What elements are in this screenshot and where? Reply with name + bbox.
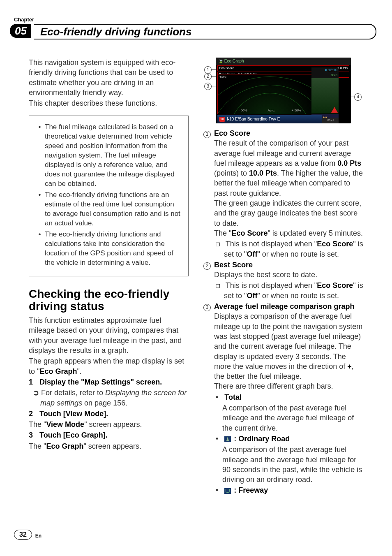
screenshot-clock: ● 12:10 (311, 67, 339, 73)
screenshot-title: 🍃 Eco Graph (218, 58, 244, 64)
screenshot-road-bar: 10 I-10 E/San Bernardino Fwy E (217, 115, 322, 123)
bullet-total-body: A comparison of the past average fuel mi… (214, 403, 363, 433)
note-item-1: The fuel mileage calculated is based on … (45, 123, 182, 189)
step-2: 2Touch [View Mode]. (29, 409, 189, 419)
enum-1-title: Eco Score (214, 128, 363, 138)
page-root: Chapter 05 Eco-friendly driving function… (0, 0, 392, 556)
screenshot-content: 🍃 Eco Graph Eco Score 0.0 Pts Best Score… (216, 58, 351, 123)
left-column: This navigation system is equipped with … (29, 58, 189, 519)
step-2-result: The "View Mode" screen appears. (29, 419, 189, 429)
footer: 32 En (14, 530, 42, 540)
section-paragraph-1: This function estimates approximate fuel… (29, 315, 189, 355)
reference-arrow-icon: ➲ (33, 389, 41, 397)
screenshot-road-name: I-10 E/San Bernardino Fwy E (227, 116, 280, 122)
enum-2-title: Best Score (214, 260, 363, 270)
enum-3-title: Average fuel mileage comparison graph (214, 301, 363, 311)
step-1-reference: ➲ For details, refer to Displaying the s… (29, 388, 189, 408)
enum-item-1: 1 Eco Score The result of the comparison… (203, 128, 363, 260)
enum-list: 1 Eco Score The result of the comparison… (203, 128, 363, 496)
page-number: 32 (14, 530, 32, 540)
page-language: En (35, 533, 42, 540)
screenshot-ipod-label: iPod (322, 118, 339, 123)
step-3: 3Touch [Eco Graph]. (29, 430, 189, 440)
columns: This navigation system is equipped with … (29, 58, 363, 519)
chapter-title-bar: Eco-friendly driving functions (34, 24, 376, 39)
chapter-pill: 05 (10, 24, 31, 38)
enum-item-2: 2 Best Score Displays the best score to … (203, 260, 363, 301)
bullet-freeway: : Freeway (214, 485, 363, 495)
step-3-result: The "Eco Graph" screen appears. (29, 441, 189, 451)
screenshot-graph-area: Total - 50% Avrg. + 50% (217, 74, 322, 114)
enum-2-note: This is not displayed when "Eco Score" i… (214, 280, 363, 301)
chapter-label: Chapter (14, 16, 34, 23)
note-item-3: The eco-friendly driving functions and c… (45, 230, 182, 268)
intro-paragraph-1: This navigation system is equipped with … (29, 58, 189, 97)
chapter-number: 05 (10, 24, 31, 38)
enum-1-body: The result of the comparison of your pas… (214, 138, 363, 198)
eco-graph-screenshot: 1 2 3 4 🍃 Eco Graph Eco Score 0.0 Pts (203, 58, 363, 123)
enum-1-note: This is not displayed when "Eco Score" i… (214, 239, 363, 259)
note-item-2: The eco-friendly driving functions are a… (45, 190, 182, 228)
step-1: 1Display the "Map Settings" screen. (29, 377, 189, 387)
bullet-ordinary-body: A comparison of the past average fuel mi… (214, 445, 363, 484)
enum-3-body: Displays a comparison of the average fue… (214, 311, 363, 381)
right-column: 1 2 3 4 🍃 Eco Graph Eco Score 0.0 Pts (203, 58, 363, 519)
section-paragraph-2: The graph appears when the map display i… (29, 356, 189, 376)
ordinary-road-icon (224, 436, 231, 442)
screenshot-sub-clock: 3:20 (311, 73, 339, 78)
direction-arrow-icon (331, 107, 338, 113)
freeway-icon (224, 488, 231, 494)
bullet-ordinary: : Ordinary Road (214, 434, 363, 444)
section-title: Checking the eco-friendly driving status (29, 288, 189, 313)
enum-item-3: 3 Average fuel mileage comparison graph … (203, 301, 363, 496)
callout-4: 4 (354, 93, 362, 100)
bullet-total: Total (214, 392, 363, 402)
intro-paragraph-2: This chapter describes these functions. (29, 98, 189, 108)
note-box: The fuel mileage calculated is based on … (29, 116, 189, 276)
enum-2-body: Displays the best score to date. (214, 270, 363, 280)
chapter-title: Eco-friendly driving functions (34, 25, 191, 38)
route-shield-icon: 10 (219, 117, 225, 122)
